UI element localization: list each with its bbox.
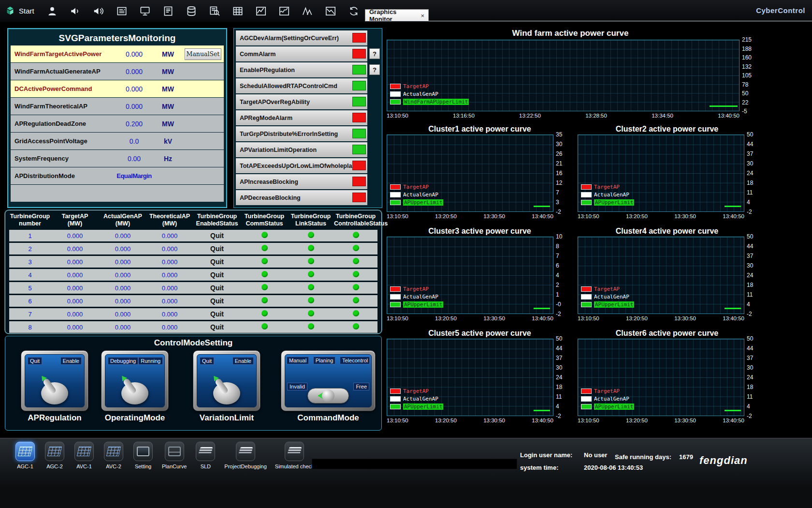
alarm-label: AGCDevAlarm(SettingOrCurveErr) xyxy=(240,35,339,42)
legend-label: APUpperLimit xyxy=(594,301,634,308)
cluster-chart: Cluster6 active power curve TargetAP xyxy=(575,329,759,425)
taskbar-item[interactable]: ProjectDebugging xyxy=(224,442,266,469)
taskbar: AGC-1 AGC-2 AVC-1 xyxy=(0,438,812,508)
user-icon[interactable] xyxy=(44,3,61,19)
link-status-cell xyxy=(288,310,334,318)
legend-label: TargetAP xyxy=(403,286,429,292)
theoretical-ap-value: 0.000 xyxy=(146,271,193,279)
histogram-icon[interactable] xyxy=(299,3,316,19)
x-tick-label: 13:30:50 xyxy=(483,213,505,219)
enabled-status: Quit xyxy=(193,323,241,331)
knob-arrow-icon xyxy=(211,374,219,381)
tab-close-icon[interactable]: × xyxy=(420,12,424,19)
legend-swatch xyxy=(390,84,401,89)
legend-label: APUpperLimit xyxy=(403,301,443,308)
command-mode-switch[interactable]: Manual Planing Telecontrol Invalid Free … xyxy=(281,350,376,423)
taskbar-item[interactable]: PlanCurve xyxy=(162,442,187,469)
taskbar-item[interactable]: AGC-2 xyxy=(44,442,65,469)
taskbar-item-label: AGC-1 xyxy=(17,463,33,469)
legend-label: TargetAP xyxy=(403,388,429,394)
taskbar-item[interactable]: Setting xyxy=(132,442,154,469)
alarm-entry: TurGrpPDistribute%ErrorInSetting ? xyxy=(236,126,380,141)
taskbar-item[interactable]: SLD xyxy=(195,442,216,469)
mode-option: Telecontrol xyxy=(340,357,370,364)
table-body: 1 0.000 0.000 0.000 Quit 2 0.000 0.000 0… xyxy=(9,230,377,333)
y-tick-label: 44 xyxy=(747,141,753,148)
message-bar[interactable] xyxy=(312,459,517,469)
controllable-status-cell xyxy=(334,297,377,305)
comm-status-dot xyxy=(261,271,268,277)
table-row: 3 0.000 0.000 0.000 Quit xyxy=(9,256,377,268)
alarm-help-button[interactable]: ? xyxy=(369,64,380,75)
trend-chart-icon[interactable] xyxy=(276,3,293,19)
rotary-knob[interactable] xyxy=(121,382,148,404)
ap-regulation-switch[interactable]: Quit Enable APRegulation xyxy=(21,350,88,423)
link-status-cell xyxy=(288,297,334,305)
link-status-cell xyxy=(288,284,334,292)
legend-swatch xyxy=(581,294,592,299)
rotary-knob[interactable] xyxy=(213,382,240,404)
x-axis: 13:10:5013:20:5013:30:5013:40:50 xyxy=(387,315,553,321)
sync-icon[interactable] xyxy=(346,3,362,19)
y-tick-label: -2 xyxy=(747,311,753,317)
switch-label: CommandMode xyxy=(281,413,376,423)
legend-item: ActualGenAP xyxy=(390,192,443,198)
spreadsheet-icon[interactable] xyxy=(230,3,246,19)
monitor-icon[interactable] xyxy=(137,3,154,19)
legend-swatch xyxy=(581,200,592,205)
slider-switch[interactable] xyxy=(307,388,349,403)
y-tick-label: 215 xyxy=(742,36,752,43)
y-tick-label: 44 xyxy=(747,243,753,250)
taskbar-icon-slot xyxy=(45,442,64,461)
search-icon[interactable] xyxy=(206,3,223,19)
alarm-label: APIncreaseBlocking xyxy=(240,179,298,185)
database-icon[interactable] xyxy=(183,3,200,19)
controllable-status-dot xyxy=(353,297,359,303)
manual-set-button[interactable]: ManualSet xyxy=(185,48,221,60)
taskbar-item[interactable]: AGC-1 xyxy=(14,442,36,469)
scada-screen: Start Graphics Monitor × CyberControl SV… xyxy=(0,0,812,508)
param-row: DCActivePowerCommand 0.000 MW xyxy=(11,80,224,97)
chart-legend: TargetAP ActualGenAP APUpper xyxy=(581,184,634,206)
line-chart-icon[interactable] xyxy=(322,3,339,19)
operating-mode-switch[interactable]: Debugging Running OperatingMode xyxy=(101,350,169,423)
taskbar-items: AGC-1 AGC-2 AVC-1 xyxy=(14,442,314,469)
chart-legend: TargetAP ActualGenAP APUpper xyxy=(581,286,634,308)
alarm-help-button[interactable]: ? xyxy=(369,48,380,59)
y-tick-label: 188 xyxy=(742,45,752,52)
tab-graphics-monitor[interactable]: Graphics Monitor × xyxy=(365,9,429,21)
report-icon[interactable] xyxy=(114,3,130,19)
vendor-logo: fengdian xyxy=(699,454,748,467)
x-tick-label: 13:40:50 xyxy=(723,213,744,219)
taskbar-item[interactable]: Simulated check xyxy=(275,442,314,469)
group-number: 3 xyxy=(9,258,51,266)
audio-device-icon[interactable] xyxy=(67,3,84,19)
cluster-charts-grid: Cluster1 active power curve TargetAP xyxy=(384,124,761,425)
variation-limit-switch[interactable]: Quit Enable VariationLimit xyxy=(193,350,261,423)
alarm-status-indicator xyxy=(352,145,366,154)
x-axis: 13:10:5013:20:5013:30:5013:40:50 xyxy=(578,418,744,423)
knob-arrow-icon xyxy=(119,374,127,381)
controllable-status-dot xyxy=(353,232,359,238)
x-tick-label: 13:28:50 xyxy=(585,113,607,119)
x-tick-label: 13:40:50 xyxy=(718,113,740,119)
area-chart-icon[interactable] xyxy=(253,3,270,19)
comm-status-dot xyxy=(261,284,268,290)
slider-knob[interactable] xyxy=(322,389,334,402)
document-icon[interactable] xyxy=(160,3,177,19)
x-tick-label: 13:34:50 xyxy=(652,113,673,119)
rotary-knob[interactable] xyxy=(41,382,68,404)
y-tick-label: -2 xyxy=(747,413,753,419)
alarm-entry: APDecreaseBlocking ? xyxy=(236,190,380,205)
y-tick-label: 7 xyxy=(556,253,562,259)
speaker-icon[interactable] xyxy=(90,3,107,19)
chart-legend: TargetAP ActualGenAP APUpper xyxy=(390,286,443,308)
taskbar-icon-slot xyxy=(285,442,304,461)
taskbar-icon-slot xyxy=(236,442,255,461)
taskbar-item[interactable]: AVC-1 xyxy=(73,442,95,469)
taskbar-item[interactable]: AVC-2 xyxy=(103,442,124,469)
y-tick-label: 8 xyxy=(556,243,562,250)
legend-swatch xyxy=(390,192,401,197)
start-button[interactable]: Start xyxy=(0,6,39,16)
taskbar-icon-slot xyxy=(74,442,94,461)
